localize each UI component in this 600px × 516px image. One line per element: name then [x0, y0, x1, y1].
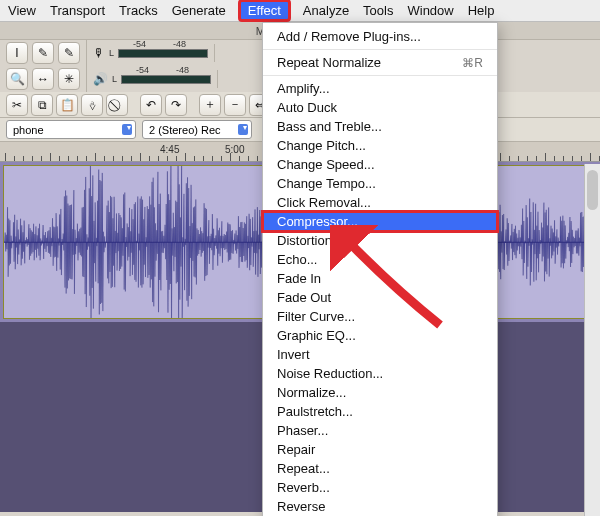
menu-tools[interactable]: Tools	[363, 3, 393, 18]
meter-tick: -54	[133, 39, 146, 49]
menu-separator	[263, 75, 497, 76]
scrollbar-thumb[interactable]	[587, 170, 598, 210]
multi-icon: ✳	[64, 72, 74, 86]
effect-distortion[interactable]: Distortion...	[263, 231, 497, 250]
tools-toolbar: I ✎ ✎	[0, 40, 87, 66]
effect-fade-out-label: Fade Out	[277, 290, 331, 305]
effect-menu-dropdown: Add / Remove Plug-ins...Repeat Normalize…	[262, 22, 498, 516]
effect-bass-and-treble-label: Bass and Treble...	[277, 119, 382, 134]
zoom-out-icon: －	[229, 96, 241, 113]
effect-add-remove-plugins[interactable]: Add / Remove Plug-ins...	[263, 27, 497, 46]
output-device-select[interactable]: phone	[6, 120, 136, 139]
effect-phaser[interactable]: Phaser...	[263, 421, 497, 440]
recording-meter[interactable]	[118, 49, 208, 58]
scissors-icon: ✂	[12, 98, 22, 112]
ibeam-icon: I	[15, 46, 18, 60]
zoom-out-button[interactable]: －	[224, 94, 246, 116]
trim-button[interactable]: ⎀	[81, 94, 103, 116]
undo-icon: ↶	[146, 98, 156, 112]
effect-reverb[interactable]: Reverb...	[263, 478, 497, 497]
effect-click-removal[interactable]: Click Removal...	[263, 193, 497, 212]
paste-button[interactable]: 📋	[56, 94, 78, 116]
undo-button[interactable]: ↶	[140, 94, 162, 116]
effect-repeat[interactable]: Repeat...	[263, 459, 497, 478]
play-meter-l-label: L	[112, 74, 117, 84]
effect-bass-and-treble[interactable]: Bass and Treble...	[263, 117, 497, 136]
menu-effect[interactable]: Effect	[240, 1, 289, 20]
silence-button[interactable]: ⃠	[106, 94, 128, 116]
tools-toolbar-2: 🔍 ↔ ✳	[0, 66, 87, 92]
effect-normalize[interactable]: Normalize...	[263, 383, 497, 402]
effect-auto-duck-label: Auto Duck	[277, 100, 337, 115]
menu-view[interactable]: View	[8, 3, 36, 18]
effect-filter-curve-label: Filter Curve...	[277, 309, 355, 324]
trim-icon: ⎀	[89, 98, 96, 112]
multi-tool[interactable]: ✳	[58, 68, 80, 90]
copy-button[interactable]: ⧉	[31, 94, 53, 116]
zoom-tool[interactable]: 🔍	[6, 68, 28, 90]
meter-tick: -48	[176, 65, 189, 75]
envelope-tool[interactable]: ✎	[32, 42, 54, 64]
copy-icon: ⧉	[38, 98, 47, 112]
effect-repair-label: Repair	[277, 442, 315, 457]
effect-filter-curve[interactable]: Filter Curve...	[263, 307, 497, 326]
vertical-scrollbar[interactable]	[584, 164, 600, 516]
effect-change-speed[interactable]: Change Speed...	[263, 155, 497, 174]
effect-add-remove-plugins-label: Add / Remove Plug-ins...	[277, 29, 421, 44]
effect-graphic-eq[interactable]: Graphic EQ...	[263, 326, 497, 345]
meter-tick: -54	[136, 65, 149, 75]
effect-repeat-last[interactable]: Repeat Normalize⌘R	[263, 53, 497, 72]
effect-change-pitch[interactable]: Change Pitch...	[263, 136, 497, 155]
menu-window[interactable]: Window	[407, 3, 453, 18]
cut-button[interactable]: ✂	[6, 94, 28, 116]
effect-reverse-label: Reverse	[277, 499, 325, 514]
rec-meter-l-label: L	[109, 48, 114, 58]
effect-click-removal-label: Click Removal...	[277, 195, 371, 210]
menu-separator	[263, 49, 497, 50]
menu-help[interactable]: Help	[468, 3, 495, 18]
draw-tool[interactable]: ✎	[58, 42, 80, 64]
effect-amplify[interactable]: Amplify...	[263, 79, 497, 98]
menu-generate[interactable]: Generate	[172, 3, 226, 18]
redo-button[interactable]: ↷	[165, 94, 187, 116]
zoom-in-button[interactable]: ＋	[199, 94, 221, 116]
effect-amplify-label: Amplify...	[277, 81, 330, 96]
meter-tick: -48	[173, 39, 186, 49]
mic-icon: 🎙	[93, 46, 105, 60]
timeline-label: 4:45	[160, 144, 179, 155]
playback-meter[interactable]	[121, 75, 211, 84]
effect-paulstretch[interactable]: Paulstretch...	[263, 402, 497, 421]
effect-invert[interactable]: Invert	[263, 345, 497, 364]
effect-auto-duck[interactable]: Auto Duck	[263, 98, 497, 117]
effect-graphic-eq-label: Graphic EQ...	[277, 328, 356, 343]
record-channels-select[interactable]: 2 (Stereo) Rec	[142, 120, 252, 139]
effect-invert-label: Invert	[277, 347, 310, 362]
menu-transport[interactable]: Transport	[50, 3, 105, 18]
record-meter-section: 🎙 L -54 -48	[87, 44, 215, 62]
effect-echo[interactable]: Echo...	[263, 250, 497, 269]
pencil-icon: ✎	[64, 46, 74, 60]
effect-change-tempo[interactable]: Change Tempo...	[263, 174, 497, 193]
effect-fade-in[interactable]: Fade In	[263, 269, 497, 288]
effect-distortion-label: Distortion...	[277, 233, 343, 248]
effect-echo-label: Echo...	[277, 252, 317, 267]
timeshift-tool[interactable]: ↔	[32, 68, 54, 90]
effect-change-tempo-label: Change Tempo...	[277, 176, 376, 191]
record-channels-select-wrap: 2 (Stereo) Rec	[142, 120, 252, 139]
effect-repair[interactable]: Repair	[263, 440, 497, 459]
playback-meter-section: 🔊 L -54 -48	[87, 70, 218, 88]
output-device-select-wrap: phone	[6, 120, 136, 139]
effect-compressor-label: Compressor...	[277, 214, 358, 229]
menu-analyze[interactable]: Analyze	[303, 3, 349, 18]
effect-noise-reduction[interactable]: Noise Reduction...	[263, 364, 497, 383]
effect-fade-out[interactable]: Fade Out	[263, 288, 497, 307]
menubar: ViewTransportTracksGenerateEffectAnalyze…	[0, 0, 600, 22]
timeline-label: 5:00	[225, 144, 244, 155]
effect-reverse[interactable]: Reverse	[263, 497, 497, 516]
timeshift-icon: ↔	[37, 72, 49, 86]
effect-repeat-last-shortcut: ⌘R	[462, 56, 483, 70]
effect-compressor[interactable]: Compressor...	[263, 212, 497, 231]
selection-tool[interactable]: I	[6, 42, 28, 64]
menu-tracks[interactable]: Tracks	[119, 3, 158, 18]
zoom-in-icon: ＋	[204, 96, 216, 113]
